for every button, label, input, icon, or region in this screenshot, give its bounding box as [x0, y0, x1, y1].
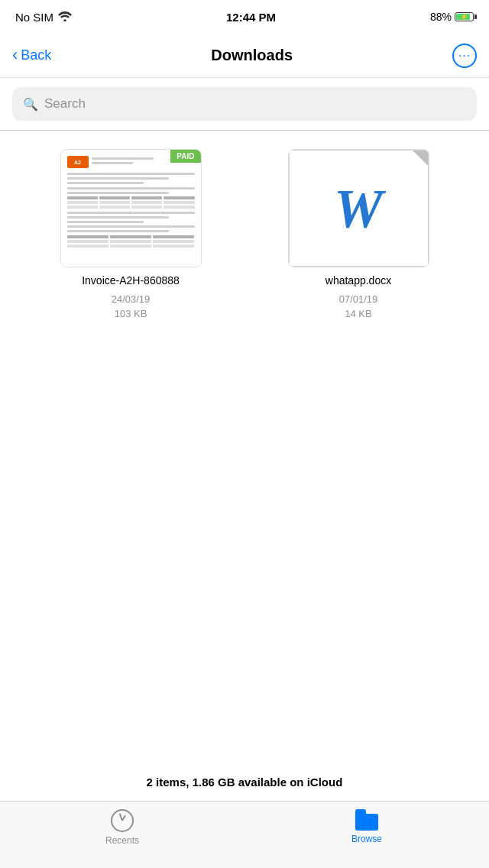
back-label: Back: [21, 47, 51, 63]
page-title: Downloads: [211, 47, 293, 64]
files-grid: PAID A2: [0, 131, 489, 338]
status-left: No SIM: [15, 11, 72, 24]
wifi-icon: [58, 11, 72, 24]
tab-browse[interactable]: Browse: [244, 809, 489, 844]
chevron-left-icon: ‹: [12, 47, 18, 63]
more-button[interactable]: ···: [452, 44, 477, 68]
file-size-1: 103 KB: [115, 308, 147, 319]
pdf-preview: PAID A2: [61, 150, 201, 267]
carrier-label: No SIM: [15, 11, 53, 24]
more-icon: ···: [458, 49, 471, 63]
file-name-2: whatapp.docx: [325, 274, 391, 287]
svg-point-0: [63, 19, 66, 21]
battery-percentage: 88%: [430, 11, 452, 23]
status-time: 12:44 PM: [226, 11, 276, 24]
nav-bar: ‹ Back Downloads ···: [0, 34, 489, 78]
storage-info: 2 items, 1.86 GB available on iCloud: [0, 763, 489, 801]
search-icon: 🔍: [23, 97, 38, 112]
file-item-1[interactable]: PAID A2: [24, 149, 237, 319]
status-right: 88% ⚡: [430, 11, 474, 23]
file-item-2[interactable]: W whatapp.docx 07/01/19 14 KB: [252, 149, 465, 319]
file-thumbnail-1: PAID A2: [60, 149, 202, 267]
search-bar[interactable]: 🔍 Search: [12, 87, 477, 121]
back-button[interactable]: ‹ Back: [12, 47, 51, 63]
tab-recents-label: Recents: [105, 835, 139, 846]
tab-browse-label: Browse: [351, 834, 382, 844]
search-placeholder: Search: [44, 96, 86, 112]
file-thumbnail-2: W: [288, 149, 429, 267]
recents-icon: [111, 809, 134, 832]
folder-body: [355, 814, 378, 831]
browse-icon: [355, 809, 378, 831]
file-name-1: Invoice-A2H-860888: [82, 274, 180, 287]
status-bar: No SIM 12:44 PM 88% ⚡: [0, 0, 489, 34]
word-w-icon: W: [334, 181, 383, 236]
pdf-badge: PAID: [170, 150, 200, 163]
file-size-2: 14 KB: [345, 308, 371, 319]
tab-recents[interactable]: Recents: [0, 809, 244, 846]
battery-icon: ⚡: [455, 12, 474, 21]
docx-preview: W: [289, 150, 429, 267]
doc-fold: [412, 150, 429, 167]
file-date-1: 24/03/19: [112, 293, 151, 305]
pdf-logo: A2: [67, 156, 89, 168]
tab-bar: Recents Browse: [0, 801, 489, 868]
search-container: 🔍 Search: [0, 78, 489, 130]
file-date-2: 07/01/19: [339, 293, 378, 305]
